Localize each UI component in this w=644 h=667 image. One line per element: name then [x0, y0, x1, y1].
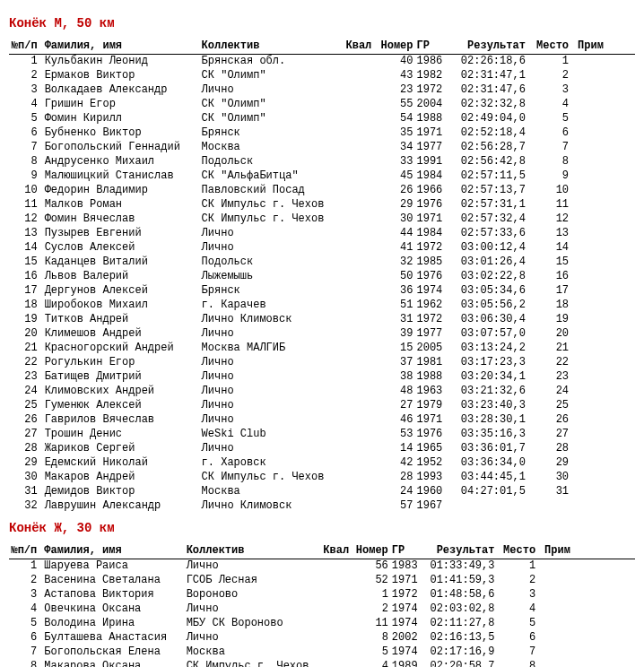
col-header-result[interactable]: Результат	[451, 39, 529, 55]
cell-note	[576, 169, 635, 184]
cell-note	[576, 83, 635, 98]
cell-num: 13	[9, 227, 43, 241]
cell-result: 02:32:32,8	[451, 98, 529, 112]
cell-place: 6	[498, 631, 543, 645]
col-header-note[interactable]: Прим	[543, 544, 635, 559]
cell-result: 03:13:24,2	[451, 342, 529, 356]
cell-place: 6	[529, 126, 576, 141]
col-header-year[interactable]: ГР	[415, 39, 451, 55]
cell-result: 02:20:58,7	[423, 660, 498, 667]
cell-num: 32	[9, 499, 43, 514]
cell-bib: 24	[373, 485, 414, 499]
cell-year: 1952	[415, 456, 451, 471]
cell-year: 1977	[415, 327, 451, 342]
cell-team: Брянск	[200, 126, 341, 141]
cell-note	[543, 602, 635, 617]
cell-team: Лично Климовск	[200, 499, 341, 514]
cell-result: 02:57:32,4	[451, 212, 529, 227]
cell-place: 11	[529, 198, 576, 212]
cell-result: 03:35:16,3	[451, 428, 529, 442]
cell-team: СК "Олимп"	[200, 112, 341, 126]
cell-note	[576, 241, 635, 256]
cell-result: 02:03:02,8	[423, 602, 498, 617]
cell-result: 03:05:56,2	[451, 299, 529, 313]
cell-team: г. Харовск	[200, 456, 341, 471]
table-row: 29Едемский Николайг. Харовск42195203:36:…	[9, 456, 635, 471]
cell-place: 8	[529, 155, 576, 169]
cell-name: Волкадаев Александр	[43, 83, 200, 98]
cell-qual	[340, 428, 373, 442]
cell-team: Павловский Посад	[200, 184, 341, 198]
cell-year: 1971	[415, 212, 451, 227]
cell-note	[576, 485, 635, 499]
cell-name: Трошин Денис	[43, 428, 200, 442]
cell-place: 31	[529, 485, 576, 499]
cell-qual	[340, 413, 373, 428]
cell-bib: 39	[373, 327, 414, 342]
table-row: 2Ермаков ВикторСК "Олимп"43198202:31:47,…	[9, 69, 635, 83]
col-header-note[interactable]: Прим	[576, 39, 635, 55]
col-header-num[interactable]: №п/п	[9, 39, 43, 55]
col-header-team[interactable]: Коллектив	[200, 39, 341, 55]
cell-year: 1965	[415, 442, 451, 456]
cell-name: Суслов Алексей	[43, 241, 200, 256]
col-header-qual[interactable]: Квал	[340, 39, 373, 55]
col-header-bib[interactable]: Номер	[373, 39, 414, 55]
cell-result: 03:36:34,0	[451, 456, 529, 471]
cell-bib: 30	[373, 212, 414, 227]
cell-result: 03:00:12,4	[451, 241, 529, 256]
cell-year: 1974	[415, 284, 451, 299]
cell-note	[576, 471, 635, 485]
cell-bib: 31	[373, 313, 414, 327]
cell-note	[576, 313, 635, 327]
col-header-year[interactable]: ГР	[390, 544, 423, 559]
table-row: 19Титков АндрейЛично Климовск31197203:06…	[9, 313, 635, 327]
cell-place: 24	[529, 385, 576, 399]
cell-note	[543, 645, 635, 660]
cell-num: 24	[9, 385, 43, 399]
cell-bib: 46	[373, 413, 414, 428]
table-row: 11Малков РоманСК Импульс г. Чехов2919760…	[9, 198, 635, 212]
cell-note	[543, 660, 635, 667]
cell-place: 17	[529, 284, 576, 299]
cell-name: Овечкина Оксана	[42, 602, 184, 617]
col-header-team[interactable]: Коллектив	[185, 544, 319, 559]
cell-qual	[340, 212, 373, 227]
col-header-result[interactable]: Результат	[423, 544, 498, 559]
cell-place: 26	[529, 413, 576, 428]
col-header-place[interactable]: Место	[529, 39, 576, 55]
cell-result: 03:02:22,8	[451, 270, 529, 284]
cell-year: 1966	[415, 184, 451, 198]
cell-year: 1967	[415, 499, 451, 514]
cell-place: 4	[498, 602, 543, 617]
cell-name: Жариков Сергей	[43, 442, 200, 456]
cell-place: 7	[498, 645, 543, 660]
table-row: 4Овечкина ОксанаЛично2197402:03:02,84	[9, 602, 635, 617]
cell-qual	[340, 241, 373, 256]
cell-note	[576, 385, 635, 399]
cell-result: 04:27:01,5	[451, 485, 529, 499]
cell-place: 28	[529, 442, 576, 456]
cell-year: 1989	[390, 660, 423, 667]
cell-place: 29	[529, 456, 576, 471]
cell-name: Бубненко Виктор	[43, 126, 200, 141]
cell-place: 7	[529, 141, 576, 155]
cell-note	[576, 456, 635, 471]
col-header-num[interactable]: №п/п	[9, 544, 42, 559]
table-row: 21Красногорский АндрейМосква МАЛГИБ15200…	[9, 342, 635, 356]
cell-year: 1991	[415, 155, 451, 169]
cell-note	[576, 442, 635, 456]
cell-num: 12	[9, 212, 43, 227]
col-header-place[interactable]: Место	[498, 544, 543, 559]
cell-num: 11	[9, 198, 43, 212]
cell-year: 1972	[415, 313, 451, 327]
cell-num: 5	[9, 617, 42, 631]
cell-result: 02:49:04,0	[451, 112, 529, 126]
cell-bib: 54	[373, 112, 414, 126]
col-header-name[interactable]: Фамилия, имя	[42, 544, 184, 559]
cell-name: Богопольский Геннадий	[43, 141, 200, 155]
col-header-bib[interactable]: Номер	[351, 544, 390, 559]
col-header-name[interactable]: Фамилия, имя	[43, 39, 200, 55]
col-header-qual[interactable]: Квал	[319, 544, 351, 559]
cell-team: Лично	[200, 442, 341, 456]
